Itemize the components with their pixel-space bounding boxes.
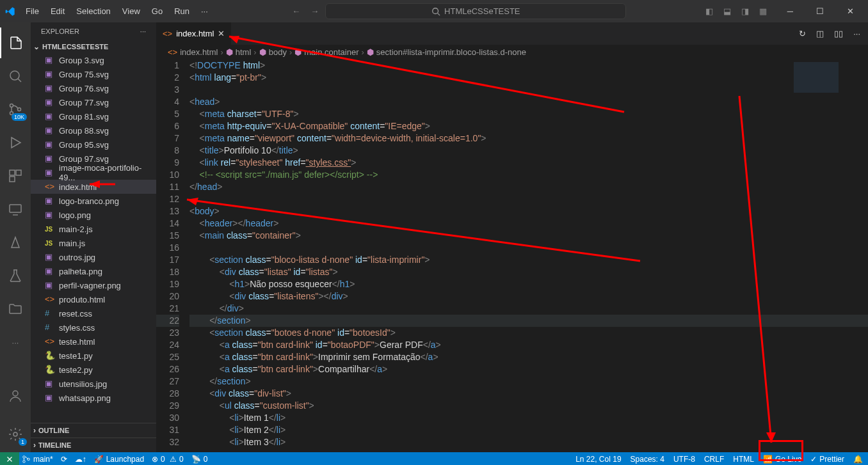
file-item[interactable]: ▣Group 88.svg (31, 123, 156, 138)
branch-status[interactable]: main* (22, 455, 53, 464)
run-debug-icon[interactable] (0, 127, 31, 158)
breadcrumb-item[interactable]: ⬢ section#lista-imprimir.bloco-listas.d-… (367, 47, 526, 57)
source-control-icon[interactable]: 10K (0, 94, 31, 125)
layout-customize-icon[interactable]: ▦ (759, 6, 767, 16)
nav-forward-icon[interactable]: → (310, 6, 319, 16)
nav-back-icon[interactable]: ← (292, 6, 300, 16)
maximize-icon[interactable]: ☐ (807, 6, 833, 16)
minimap[interactable] (791, 59, 868, 116)
file-type-icon: 🐍 (45, 351, 55, 361)
file-item[interactable]: ▣Group 95.svg (31, 138, 156, 152)
menu-more[interactable]: ··· (196, 4, 213, 19)
project-header[interactable]: ⌄HTMLECSSETESTE (31, 40, 156, 53)
explorer-icon[interactable] (0, 28, 31, 58)
file-name: Group 3.svg (59, 56, 104, 65)
menu-view[interactable]: View (117, 4, 145, 19)
layout-panel-icon[interactable]: ⬓ (723, 6, 731, 16)
file-item[interactable]: ▣utensilios.jpg (31, 377, 156, 391)
split-icon[interactable]: ◫ (816, 29, 824, 38)
file-type-icon: 🐍 (45, 365, 55, 375)
menu-run[interactable]: Run (169, 4, 195, 19)
minimize-icon[interactable]: ─ (778, 6, 802, 16)
sidebar: EXPLORER ··· ⌄HTMLECSSETESTE ▣Group 3.sv… (31, 22, 156, 452)
file-type-icon: <> (45, 336, 55, 347)
menu-edit[interactable]: Edit (45, 4, 70, 19)
file-item[interactable]: ▣image-moca-portifolio-49... (31, 166, 156, 180)
breadcrumb-item[interactable]: ⬢ html (226, 47, 252, 57)
file-item[interactable]: ▣Group 75.svg (31, 67, 156, 81)
extensions-icon[interactable] (0, 161, 31, 191)
file-item[interactable]: ▣logo-branco.png (31, 194, 156, 208)
file-item[interactable]: 🐍teste2.py (31, 363, 156, 377)
file-name: Group 76.svg (59, 84, 109, 93)
search-panel-icon[interactable] (0, 61, 31, 91)
tab-close-icon[interactable]: ✕ (218, 29, 225, 38)
gutter: 1234567891011121314151617181920212223242… (156, 59, 189, 452)
layout-secondary-icon[interactable]: ◨ (741, 6, 749, 16)
file-item[interactable]: ▣outros.jpg (31, 250, 156, 264)
menu-file[interactable]: File (20, 4, 44, 19)
file-list: ▣Group 3.svg▣Group 75.svg▣Group 76.svg▣G… (31, 53, 156, 423)
prettier-status[interactable]: ✓ Prettier (810, 455, 844, 464)
menu-go[interactable]: Go (147, 4, 168, 19)
settings-icon[interactable]: 1 (0, 419, 31, 450)
breadcrumb[interactable]: <> index.html›⬢ html›⬢ body›⬢ main.conta… (156, 45, 868, 59)
file-item[interactable]: #reset.css (31, 306, 156, 320)
file-item[interactable]: ▣Group 76.svg (31, 81, 156, 95)
file-type-icon: ▣ (45, 280, 55, 290)
file-item[interactable]: ▣palheta.png (31, 264, 156, 278)
outline-section[interactable]: ›OUTLINE (31, 423, 156, 437)
editor-area: <> index.html ✕ ↻ ◫ ▯▯ ··· <> index.html… (156, 22, 868, 452)
reopen-icon[interactable]: ↻ (799, 29, 806, 38)
file-name: outros.jpg (59, 253, 95, 262)
azure-icon[interactable] (0, 227, 31, 258)
cursor-position[interactable]: Ln 22, Col 19 (575, 455, 621, 464)
file-item[interactable]: ▣logo.png (31, 208, 156, 222)
breadcrumb-item[interactable]: ⬢ main.container (294, 47, 358, 57)
file-item[interactable]: JSmain-2.js (31, 222, 156, 236)
file-item[interactable]: ▣Group 3.svg (31, 53, 156, 67)
command-center[interactable]: HTMLeCSSeTESTE (325, 3, 626, 19)
encoding-status[interactable]: UTF-8 (673, 455, 695, 464)
flask-icon[interactable] (0, 260, 31, 291)
more-icon[interactable]: ··· (0, 327, 31, 358)
port-status[interactable]: 📡 0 (191, 455, 208, 464)
timeline-section[interactable]: ›TIMELINE (31, 437, 156, 452)
file-item[interactable]: ▣whatsapp.png (31, 391, 156, 405)
menu-selection[interactable]: Selection (71, 4, 115, 19)
remote-button[interactable] (0, 452, 19, 465)
tab-index[interactable]: <> index.html ✕ (156, 22, 232, 45)
cloud-icon[interactable]: ☁↑ (75, 455, 86, 464)
svg-rect-10 (10, 177, 15, 182)
spaces-status[interactable]: Spaces: 4 (631, 455, 664, 464)
svg-rect-8 (10, 170, 15, 175)
layout-primary-icon[interactable]: ◧ (705, 6, 713, 16)
compare-icon[interactable]: ▯▯ (834, 29, 843, 38)
folder-icon[interactable] (0, 294, 31, 324)
lang-status[interactable]: HTML (733, 455, 754, 464)
launchpad-status[interactable]: 🚀 Launchpad (94, 455, 144, 464)
sidebar-more-icon[interactable]: ··· (140, 28, 146, 35)
remote-icon[interactable] (0, 194, 31, 225)
file-item[interactable]: <>produto.html (31, 292, 156, 306)
file-item[interactable]: 🐍teste1.py (31, 349, 156, 363)
file-name: Group 77.svg (59, 98, 109, 107)
file-item[interactable]: <>teste.html (31, 335, 156, 349)
account-icon[interactable] (0, 381, 31, 411)
sync-icon[interactable]: ⟳ (61, 455, 67, 464)
breadcrumb-item[interactable]: ⬢ body (259, 47, 287, 57)
settings-badge: 1 (19, 438, 27, 446)
file-item[interactable]: ▣Group 77.svg (31, 95, 156, 109)
html-icon: <> (163, 29, 172, 38)
breadcrumb-item[interactable]: <> index.html (168, 47, 218, 57)
notifications-icon[interactable]: 🔔 (853, 455, 863, 464)
code-editor[interactable]: <!DOCTYPE html><html lang="pt-br"><head>… (189, 59, 868, 452)
close-icon[interactable]: ✕ (838, 6, 863, 16)
problems-status[interactable]: ⊗ 0 ⚠ 0 (152, 455, 184, 464)
file-item[interactable]: #styles.css (31, 320, 156, 335)
eol-status[interactable]: CRLF (704, 455, 724, 464)
file-item[interactable]: JSmain.js (31, 236, 156, 250)
file-item[interactable]: ▣Group 81.svg (31, 109, 156, 123)
file-item[interactable]: ▣perfil-vagner.png (31, 278, 156, 292)
tab-more-icon[interactable]: ··· (853, 29, 860, 38)
